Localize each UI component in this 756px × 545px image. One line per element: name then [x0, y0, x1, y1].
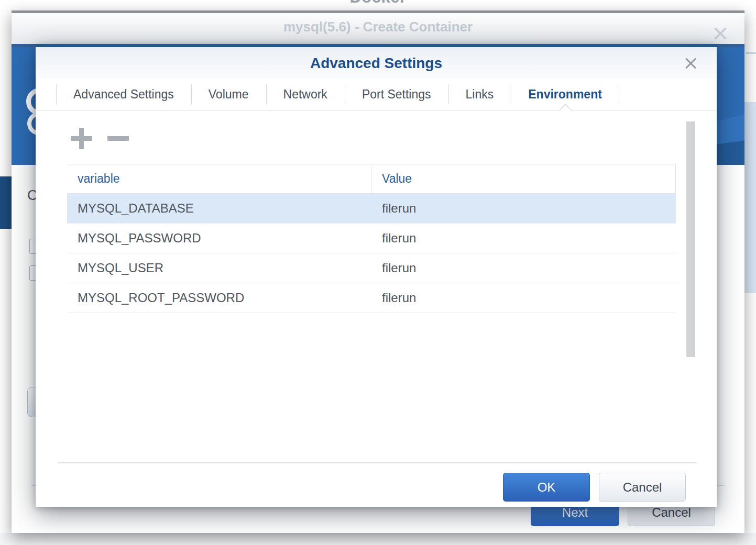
tab-links[interactable]: Links: [448, 79, 511, 110]
environment-toolbar: [36, 110, 717, 155]
scrollbar-thumb[interactable]: [686, 121, 695, 357]
remove-variable-button[interactable]: [107, 128, 129, 149]
add-variable-button[interactable]: [71, 128, 92, 149]
column-header-label: Value: [371, 164, 675, 193]
table-row[interactable]: MYSQL_USER filerun: [67, 253, 676, 283]
dialog-close-icon[interactable]: [713, 27, 728, 40]
dialog-title: mysql(5.6) - Create Container: [12, 10, 744, 41]
column-header-variable[interactable]: variable: [67, 164, 371, 193]
value-cell: filerun: [371, 194, 676, 223]
value-cell: filerun: [371, 253, 676, 283]
tab-volume[interactable]: Volume: [191, 79, 266, 110]
environment-variables-table: variable Value MYSQL_DATABASE filerun MY…: [67, 164, 676, 313]
column-header-label: variable: [67, 164, 371, 193]
tab-label: Environment: [528, 87, 602, 102]
tab-network[interactable]: Network: [266, 79, 345, 110]
table-row[interactable]: MYSQL_PASSWORD filerun: [67, 224, 676, 253]
modal-footer-divider: [58, 462, 697, 463]
background-window-fragment-line: [746, 52, 756, 54]
tab-label: Volume: [209, 87, 249, 102]
ok-button[interactable]: OK: [503, 473, 590, 502]
page-background-strip: [0, 533, 756, 545]
tab-advanced-settings[interactable]: Advanced Settings: [56, 79, 191, 110]
background-sidebar-fragment: [0, 176, 12, 229]
tab-environment[interactable]: Environment: [511, 79, 619, 110]
value-cell: filerun: [371, 224, 676, 253]
table-row[interactable]: MYSQL_ROOT_PASSWORD filerun: [67, 283, 676, 313]
table-row[interactable]: MYSQL_DATABASE filerun: [67, 194, 676, 224]
table-header-row: variable Value: [67, 164, 676, 194]
advanced-settings-modal: Advanced Settings Advanced Settings Volu…: [36, 44, 717, 507]
tab-label: Port Settings: [362, 87, 431, 102]
tab-label: Network: [283, 87, 327, 102]
app-title: Docker: [0, 0, 756, 7]
variable-cell: MYSQL_PASSWORD: [67, 224, 371, 253]
modal-title: Advanced Settings: [36, 47, 717, 79]
column-header-value[interactable]: Value: [371, 164, 676, 193]
variable-cell: MYSQL_ROOT_PASSWORD: [67, 283, 371, 313]
tab-bar: Advanced Settings Volume Network Port Se…: [36, 79, 717, 110]
background-window-fragment: [744, 102, 756, 293]
cancel-button[interactable]: Cancel: [599, 473, 686, 502]
tab-port-settings[interactable]: Port Settings: [345, 79, 448, 110]
tab-label: Advanced Settings: [73, 87, 174, 102]
value-cell: filerun: [371, 283, 676, 313]
modal-close-icon[interactable]: [684, 56, 698, 70]
variable-cell: MYSQL_DATABASE: [67, 194, 371, 223]
variable-cell: MYSQL_USER: [67, 253, 371, 283]
tab-label: Links: [466, 87, 494, 102]
